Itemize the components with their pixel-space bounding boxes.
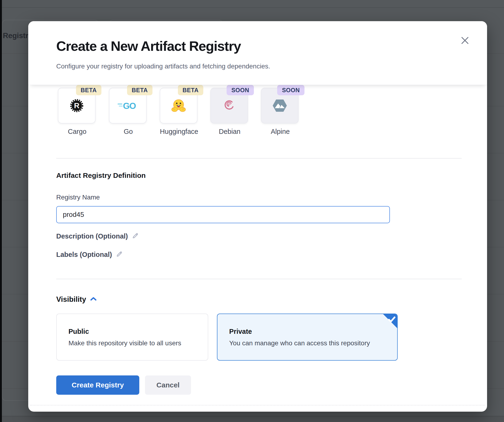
debian-icon bbox=[211, 88, 247, 123]
registry-type-card-huggingface[interactable]: BETA bbox=[160, 88, 198, 124]
edit-pencil-icon[interactable] bbox=[116, 250, 123, 259]
registry-name-input[interactable] bbox=[56, 206, 390, 223]
registry-type-label: Huggingface bbox=[153, 128, 205, 136]
modal-content: BETA R Cargo BETA GO bbox=[28, 85, 487, 412]
option-description: Make this repository visible to all user… bbox=[68, 339, 181, 347]
option-description: You can manage who can access this repos… bbox=[229, 339, 370, 347]
close-button[interactable] bbox=[458, 34, 472, 48]
background-left-edge bbox=[0, 0, 2, 422]
background-footer-band bbox=[0, 416, 504, 422]
chevron-up-icon[interactable] bbox=[90, 297, 97, 302]
registry-type-card-cargo[interactable]: BETA R Cargo bbox=[58, 88, 96, 124]
screen: Registry Create a New Artifact Registry … bbox=[0, 0, 504, 422]
modal-title: Create a New Artifact Registry bbox=[56, 38, 241, 54]
registry-name-label: Registry Name bbox=[56, 194, 100, 201]
create-registry-modal: Create a New Artifact Registry Configure… bbox=[28, 21, 487, 412]
option-title: Private bbox=[229, 328, 252, 335]
background-topbar-divider bbox=[0, 7, 504, 8]
registry-type-card-go[interactable]: BETA GO Go bbox=[109, 88, 147, 124]
section-divider bbox=[56, 158, 462, 159]
registry-type-label: Alpine bbox=[254, 128, 306, 136]
option-title: Public bbox=[68, 328, 89, 335]
visibility-heading: Visibility bbox=[56, 295, 86, 304]
svg-text:R: R bbox=[74, 101, 79, 110]
modal-bottom-dotted-divider bbox=[30, 405, 485, 405]
visibility-heading-row[interactable]: Visibility bbox=[56, 295, 97, 304]
registry-type-card-debian: SOON Debian bbox=[210, 88, 248, 124]
selected-check-icon bbox=[382, 314, 398, 330]
registry-type-card-alpine: SOON Alpine bbox=[261, 88, 299, 124]
section-divider bbox=[56, 279, 462, 279]
definition-heading: Artifact Registry Definition bbox=[56, 172, 146, 179]
description-edit-row[interactable]: Description (Optional) bbox=[56, 232, 139, 240]
labels-edit-row[interactable]: Labels (Optional) bbox=[56, 250, 123, 259]
background-table-header: Registry bbox=[3, 31, 32, 40]
svg-text:GO: GO bbox=[123, 101, 136, 111]
registry-type-label: Debian bbox=[203, 128, 256, 136]
registry-type-label: Go bbox=[102, 128, 155, 136]
cancel-button[interactable]: Cancel bbox=[145, 375, 191, 395]
description-label: Description (Optional) bbox=[56, 232, 128, 240]
close-icon bbox=[460, 36, 470, 46]
visibility-option-private[interactable]: Private You can manage who can access th… bbox=[217, 314, 398, 361]
huggingface-icon bbox=[160, 88, 197, 123]
cargo-rust-icon: R bbox=[58, 88, 95, 123]
alpine-icon bbox=[261, 88, 298, 123]
go-icon: GO bbox=[109, 88, 146, 123]
registry-type-label: Cargo bbox=[51, 128, 103, 136]
labels-label: Labels (Optional) bbox=[56, 251, 112, 259]
create-registry-button[interactable]: Create Registry bbox=[56, 375, 139, 395]
visibility-option-public[interactable]: Public Make this repository visible to a… bbox=[56, 314, 208, 361]
edit-pencil-icon[interactable] bbox=[132, 232, 139, 240]
modal-header: Create a New Artifact Registry Configure… bbox=[28, 21, 487, 85]
modal-subtitle: Configure your registry for uploading ar… bbox=[56, 63, 270, 70]
